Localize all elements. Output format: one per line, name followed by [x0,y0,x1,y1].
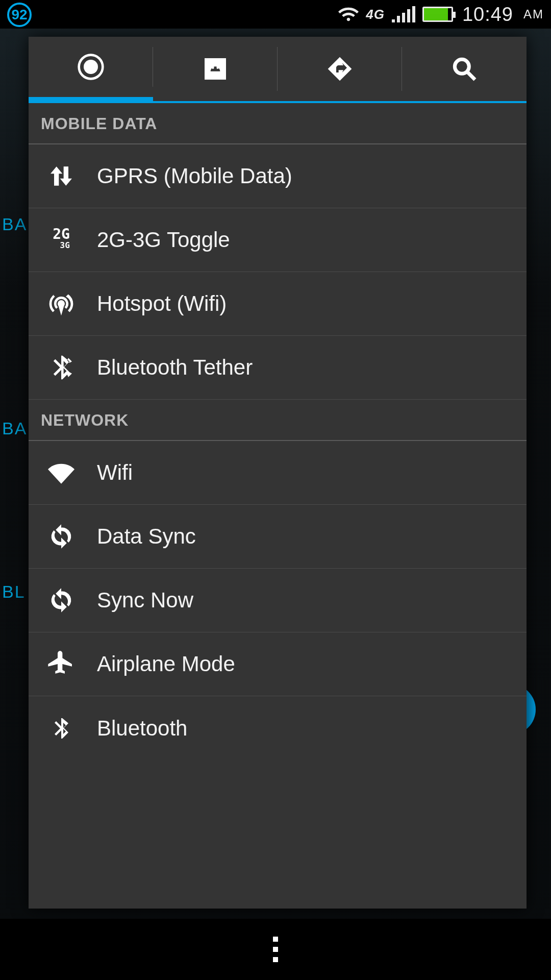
svg-point-5 [455,59,469,74]
section-header-mobile-data: MOBILE DATA [29,103,527,144]
row-sync-now[interactable]: Sync Now [29,569,527,632]
bg-label-c: BL [2,582,26,602]
row-2g3g[interactable]: 2G 3G 2G-3G Toggle [29,208,527,272]
battery-icon [422,7,453,22]
airplane-icon [47,650,76,678]
nav-bar [0,919,551,980]
svg-point-3 [212,66,214,69]
row-label: Airplane Mode [97,652,235,676]
power-icon [77,53,105,81]
hotspot-icon [47,289,76,318]
overflow-menu-icon[interactable] [273,937,278,962]
row-wifi[interactable]: Wifi [29,441,527,505]
status-bar: 92 4G 10:49 AM [0,0,551,29]
tab-power[interactable] [29,37,153,103]
bg-label-b: BA [2,419,27,438]
row-label: Wifi [97,460,133,485]
row-label: Sync Now [97,588,193,612]
svg-line-6 [468,72,475,80]
row-data-sync[interactable]: Data Sync [29,505,527,569]
svg-point-1 [84,60,98,74]
clock-time: 10:49 [462,4,513,26]
navigate-icon [325,55,354,83]
battery-percent: 92 [11,7,27,23]
row-bt-tether[interactable]: Bluetooth Tether [29,336,527,400]
network-type: 4G [366,7,385,22]
row-label: 2G-3G Toggle [97,228,230,252]
search-icon [450,55,479,83]
tab-navigate[interactable] [278,37,402,101]
bluetooth-tether-icon [47,353,76,382]
bluetooth-icon [49,714,73,743]
clock-suffix: AM [523,7,544,21]
row-gprs[interactable]: GPRS (Mobile Data) [29,144,527,208]
section-header-network: NETWORK [29,400,527,441]
wifi-icon [338,4,359,24]
row-bluetooth[interactable]: Bluetooth [29,696,527,760]
wifi-icon [48,459,74,486]
sync-icon [48,523,74,550]
data-arrows-icon [47,162,76,190]
tab-search[interactable] [402,37,527,101]
settings-panel: MOBILE DATA GPRS (Mobile Data) 2G 3G 2G-… [29,37,527,909]
row-label: Hotspot (Wifi) [97,291,227,316]
two-g-icon: 2G 3G [53,229,70,251]
battery-badge-icon: 92 [7,3,32,27]
bg-label-a: BA [2,214,27,234]
row-label: Data Sync [97,524,196,549]
android-frame-icon [201,55,230,83]
row-label: GPRS (Mobile Data) [97,164,292,188]
signal-icon [392,6,415,22]
row-label: Bluetooth Tether [97,355,253,380]
tab-apps[interactable] [153,37,278,101]
sync-icon [48,587,74,614]
row-airplane[interactable]: Airplane Mode [29,632,527,696]
row-hotspot[interactable]: Hotspot (Wifi) [29,272,527,336]
row-label: Bluetooth [97,716,187,741]
svg-point-4 [216,66,219,69]
tabs [29,37,527,103]
